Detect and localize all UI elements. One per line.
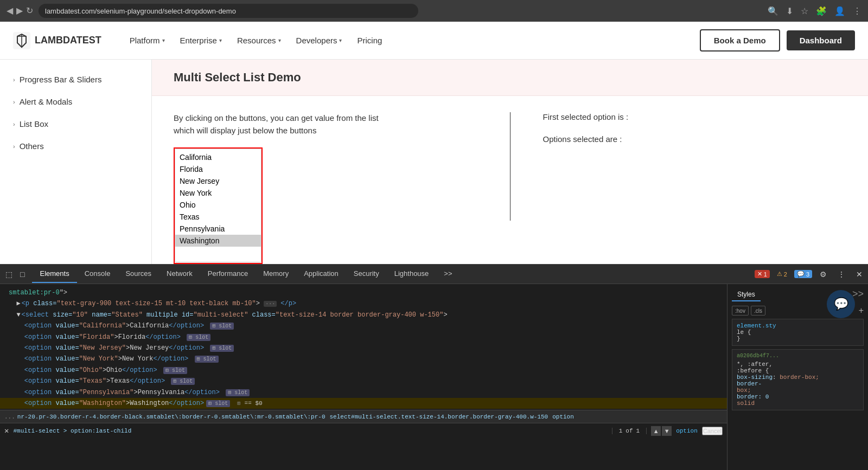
- style-source-link[interactable]: a0206db4f7...: [737, 353, 859, 359]
- developers-chevron: ▾: [339, 37, 342, 43]
- devtools-right-icons: ✕ 1 ⚠ 2 💬 3 ⚙ ⋮ ✕: [755, 268, 866, 281]
- tab-elements[interactable]: Elements: [32, 265, 76, 283]
- slot-badge-texas: ⊞ slot: [171, 378, 195, 385]
- address-bar[interactable]: lambdatest.com/selenium-playground/selec…: [39, 4, 418, 18]
- cancel-button[interactable]: Cancel: [702, 427, 723, 435]
- zoom-icon[interactable]: 🔍: [768, 6, 778, 16]
- sidebar-item-others[interactable]: › Others: [0, 135, 151, 157]
- devtools-tabs: ⬚ □ Elements Console Sources Network Per…: [0, 265, 868, 284]
- more-options-icon[interactable]: ⋮: [834, 268, 848, 281]
- nav-resources[interactable]: Resources ▾: [231, 31, 288, 49]
- device-toolbar-icon[interactable]: □: [17, 268, 28, 281]
- resources-chevron: ▾: [278, 37, 281, 43]
- sidebar-item-list-box[interactable]: › List Box: [0, 113, 151, 135]
- profile-icon[interactable]: 👤: [834, 6, 845, 16]
- add-style-rule-button[interactable]: +: [859, 306, 864, 316]
- tab-memory[interactable]: Memory: [256, 265, 296, 283]
- tab-performance[interactable]: Performance: [200, 265, 256, 283]
- info-icon: 💬: [797, 271, 805, 278]
- menu-icon[interactable]: ⋮: [853, 6, 861, 16]
- option-florida[interactable]: Florida: [175, 163, 261, 175]
- code-line-1[interactable]: smtablet:pr-0">: [0, 287, 727, 298]
- info-count: 3: [806, 271, 809, 278]
- nav-platform[interactable]: Platform ▾: [123, 31, 171, 49]
- book-demo-button[interactable]: Book a Demo: [700, 29, 780, 51]
- logo-icon: [13, 32, 30, 49]
- code-line-new-york[interactable]: <option value="New York">New York</optio…: [0, 353, 727, 364]
- logo[interactable]: LAMBDATEST: [13, 32, 101, 49]
- tab-console[interactable]: Console: [77, 265, 118, 283]
- tab-styles[interactable]: Styles: [732, 288, 761, 301]
- pagination-nav[interactable]: ▲ ▼: [651, 426, 672, 436]
- code-line-washington[interactable]: <option value="Washington">Washington</o…: [0, 398, 727, 409]
- close-devtools-icon[interactable]: ✕: [853, 268, 866, 281]
- error-count: 1: [764, 271, 767, 278]
- style-rule-element: element.sty le { }: [732, 319, 864, 346]
- next-match-button[interactable]: ▼: [662, 426, 672, 436]
- option-ohio[interactable]: Ohio: [175, 199, 261, 211]
- tab-more[interactable]: >>: [436, 265, 459, 283]
- back-button[interactable]: ◀: [7, 7, 13, 15]
- sidebar-item-progress-bar[interactable]: › Progress Bar & Sliders: [0, 68, 151, 91]
- option-washington[interactable]: Washington: [175, 235, 261, 247]
- code-line-texas[interactable]: <option value="Texas">Texas</option> ⊞ s…: [0, 376, 727, 387]
- nav-developers[interactable]: Developers ▾: [290, 31, 349, 49]
- code-line-pennsylvania[interactable]: <option value="Pennsylvania">Pennsylvani…: [0, 387, 727, 398]
- expand-triangle-2-icon[interactable]: ▼: [16, 311, 20, 319]
- settings-icon[interactable]: ⚙: [816, 268, 830, 281]
- nav-enterprise[interactable]: Enterprise ▾: [174, 31, 228, 49]
- breadcrumb-option[interactable]: option: [552, 414, 574, 420]
- style-element-close: }: [737, 336, 859, 342]
- option-texas[interactable]: Texas: [175, 211, 261, 223]
- nav-pricing[interactable]: Pricing: [350, 31, 388, 49]
- breadcrumb-path[interactable]: nr-20.pr-30.border-r-4.border-black.smta…: [17, 414, 326, 420]
- nav-menu: Platform ▾ Enterprise ▾ Resources ▾ Deve…: [123, 31, 389, 49]
- tab-application[interactable]: Application: [296, 265, 346, 283]
- code-line-ohio[interactable]: <option value="Ohio">Ohio</option> ⊞ slo…: [0, 365, 727, 376]
- option-new-york[interactable]: New York: [175, 187, 261, 199]
- state-select[interactable]: California Florida New Jersey New York O…: [175, 149, 261, 262]
- star-icon[interactable]: ☆: [801, 6, 808, 16]
- prev-match-button[interactable]: ▲: [651, 426, 661, 436]
- refresh-button[interactable]: ↻: [26, 7, 33, 15]
- devtools-left-icons: ⬚ □: [2, 268, 28, 281]
- browser-icons: 🔍 ⬇ ☆ 🧩 👤 ⋮: [768, 6, 861, 16]
- close-search-icon[interactable]: ✕: [4, 426, 9, 435]
- sidebar-item-label: Progress Bar & Sliders: [20, 75, 102, 84]
- tab-security[interactable]: Security: [346, 265, 387, 283]
- devtools-code-panel: smtablet:pr-0"> ▶<p class="text-gray-900…: [0, 284, 727, 470]
- pseudo-cls-button[interactable]: .cls: [751, 306, 765, 316]
- download-icon[interactable]: ⬇: [786, 6, 793, 16]
- browser-chrome: ◀ ▶ ↻ lambdatest.com/selenium-playground…: [0, 0, 868, 22]
- code-line-2[interactable]: ▶<p class="text-gray-900 text-size-15 mt…: [0, 298, 727, 309]
- chat-bubble-button[interactable]: 💬: [827, 290, 855, 318]
- tab-network[interactable]: Network: [159, 265, 200, 283]
- sidebar-item-alert-modals[interactable]: › Alert & Modals: [0, 91, 151, 113]
- pseudo-hov-button[interactable]: :hov: [732, 306, 749, 316]
- option-pennsylvania[interactable]: Pennsylvania: [175, 223, 261, 235]
- expand-triangle-icon[interactable]: ▶: [16, 300, 20, 307]
- breadcrumb-select[interactable]: select#multi-select.text-size-14.border.…: [330, 414, 548, 420]
- code-line-3[interactable]: ▼<select size="10" name="States" multipl…: [0, 310, 727, 320]
- page-wrapper: LAMBDATEST Platform ▾ Enterprise ▾ Resou…: [0, 22, 868, 470]
- dashboard-button[interactable]: Dashboard: [787, 30, 855, 50]
- demo-header: Multi Select List Demo: [152, 60, 868, 96]
- option-california[interactable]: California: [175, 151, 261, 163]
- forward-button[interactable]: ▶: [16, 7, 23, 15]
- option-new-jersey[interactable]: New Jersey: [175, 175, 261, 187]
- code-line-florida[interactable]: <option value="Florida">Florida</option>…: [0, 332, 727, 343]
- error-badge: ✕ 1: [755, 270, 770, 278]
- slot-badge-pennsylvania: ⊞ slot: [226, 389, 250, 396]
- vertical-divider: [510, 112, 510, 221]
- slot-badge-new-york: ⊞ slot: [195, 356, 219, 363]
- extensions-icon[interactable]: 🧩: [816, 6, 827, 16]
- tab-lighthouse[interactable]: Lighthouse: [387, 265, 437, 283]
- inspect-element-icon[interactable]: ⬚: [2, 268, 16, 281]
- code-line-california[interactable]: <option value="California">California</o…: [0, 320, 727, 331]
- tab-sources[interactable]: Sources: [118, 265, 159, 283]
- code-line-new-jersey[interactable]: <option value="New Jersey">New Jersey</o…: [0, 343, 727, 353]
- nav-buttons[interactable]: ◀ ▶ ↻: [7, 7, 33, 15]
- pagination-number: 1: [619, 428, 623, 434]
- warning-icon: ⚠: [777, 271, 782, 278]
- platform-chevron: ▾: [162, 37, 165, 43]
